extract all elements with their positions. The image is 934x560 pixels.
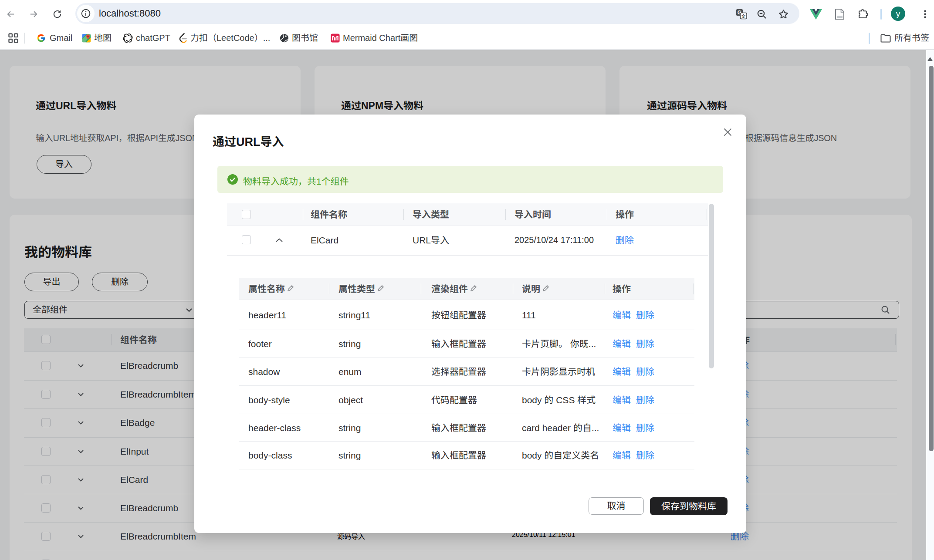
svg-text:文: 文 — [741, 13, 746, 19]
